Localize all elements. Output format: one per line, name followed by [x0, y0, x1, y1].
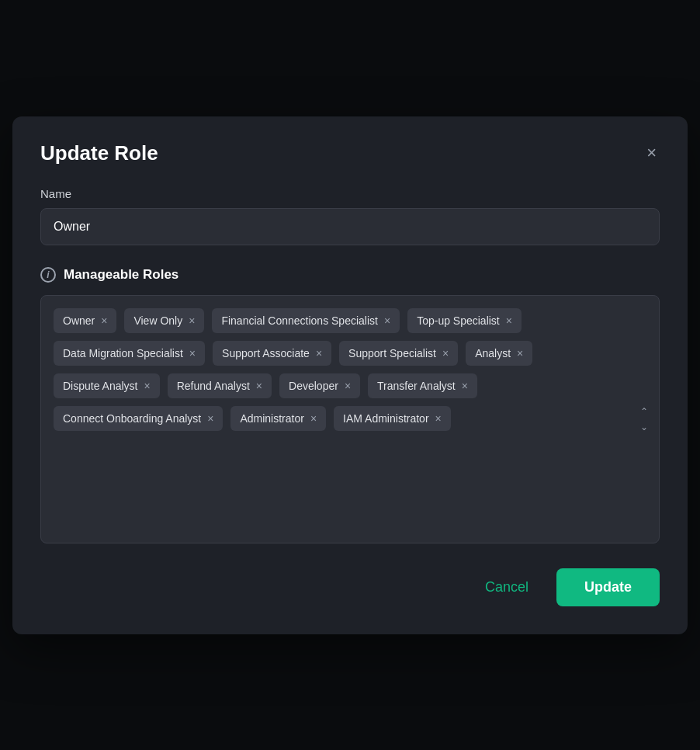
tag-label-administrator: Administrator: [240, 412, 303, 425]
tag-transfer-analyst: Transfer Analyst×: [368, 373, 477, 398]
tag-remove-owner[interactable]: ×: [101, 315, 107, 326]
tag-support-specialist: Support Specialist×: [339, 341, 458, 366]
modal-footer: Cancel Update: [40, 568, 660, 606]
tag-remove-support-specialist[interactable]: ×: [442, 348, 449, 359]
tag-remove-dispute-analyst[interactable]: ×: [144, 380, 151, 391]
tag-remove-analyst[interactable]: ×: [517, 348, 523, 359]
cancel-button[interactable]: Cancel: [470, 570, 544, 605]
tags-container: Owner×View Only×Financial Connections Sp…: [40, 295, 660, 543]
tag-support-associate: Support Associate×: [213, 341, 331, 366]
tag-label-refund-analyst: Refund Analyst: [177, 380, 250, 392]
tag-label-financial-connections-specialist: Financial Connections Specialist: [221, 314, 378, 327]
tag-view-only: View Only×: [124, 308, 204, 333]
tag-remove-financial-connections-specialist[interactable]: ×: [384, 315, 390, 326]
section-header: i Manageable Roles: [40, 267, 660, 283]
tag-label-data-migration-specialist: Data Migration Specialist: [63, 347, 183, 359]
tag-data-migration-specialist: Data Migration Specialist×: [54, 341, 205, 366]
update-role-modal: Update Role × Name i Manageable Roles Ow…: [12, 116, 688, 634]
tag-connect-onboarding-analyst: Connect Onboarding Analyst×: [54, 406, 223, 431]
tag-top-up-specialist: Top-up Specialist×: [407, 308, 522, 333]
tag-label-developer: Developer: [289, 380, 338, 392]
name-label: Name: [40, 187, 660, 200]
update-button[interactable]: Update: [556, 568, 660, 606]
tag-label-support-specialist: Support Specialist: [348, 347, 436, 359]
tag-remove-refund-analyst[interactable]: ×: [256, 380, 262, 391]
scroll-up-button[interactable]: ⌃: [639, 405, 650, 418]
modal-title: Update Role: [40, 141, 158, 165]
tag-iam-administrator: IAM Administrator×: [334, 406, 451, 431]
tag-label-dispute-analyst: Dispute Analyst: [63, 380, 138, 392]
scroll-down-button[interactable]: ⌄: [639, 421, 650, 433]
tag-remove-transfer-analyst[interactable]: ×: [462, 380, 468, 391]
tag-label-support-associate: Support Associate: [222, 347, 310, 359]
tag-label-analyst: Analyst: [475, 347, 511, 359]
tag-owner: Owner×: [54, 308, 116, 333]
tag-developer: Developer×: [279, 373, 360, 398]
tag-remove-view-only[interactable]: ×: [189, 315, 195, 326]
tag-dispute-analyst: Dispute Analyst×: [54, 373, 160, 398]
tag-label-view-only: View Only: [133, 314, 182, 327]
close-button[interactable]: ×: [643, 141, 660, 165]
tag-administrator: Administrator×: [230, 406, 326, 431]
tag-remove-top-up-specialist[interactable]: ×: [506, 315, 512, 326]
tags-wrapper: Owner×View Only×Financial Connections Sp…: [54, 308, 646, 431]
tag-remove-iam-administrator[interactable]: ×: [435, 413, 442, 424]
tag-label-transfer-analyst: Transfer Analyst: [377, 380, 456, 392]
name-input[interactable]: [40, 208, 660, 245]
tag-analyst: Analyst×: [466, 341, 532, 366]
tag-remove-administrator[interactable]: ×: [310, 413, 317, 424]
modal-header: Update Role ×: [40, 141, 660, 165]
manageable-roles-title: Manageable Roles: [64, 267, 178, 283]
tag-remove-data-migration-specialist[interactable]: ×: [189, 348, 196, 359]
tag-remove-connect-onboarding-analyst[interactable]: ×: [207, 413, 213, 424]
tag-label-top-up-specialist: Top-up Specialist: [417, 314, 500, 327]
tag-refund-analyst: Refund Analyst×: [168, 373, 272, 398]
scroll-arrows: ⌃ ⌄: [639, 405, 650, 433]
tag-remove-support-associate[interactable]: ×: [316, 348, 322, 359]
tag-remove-developer[interactable]: ×: [345, 380, 351, 391]
tag-financial-connections-specialist: Financial Connections Specialist×: [212, 308, 400, 333]
info-icon: i: [40, 267, 56, 283]
tag-label-connect-onboarding-analyst: Connect Onboarding Analyst: [63, 412, 201, 425]
tag-label-owner: Owner: [63, 314, 95, 327]
tag-label-iam-administrator: IAM Administrator: [343, 412, 428, 425]
